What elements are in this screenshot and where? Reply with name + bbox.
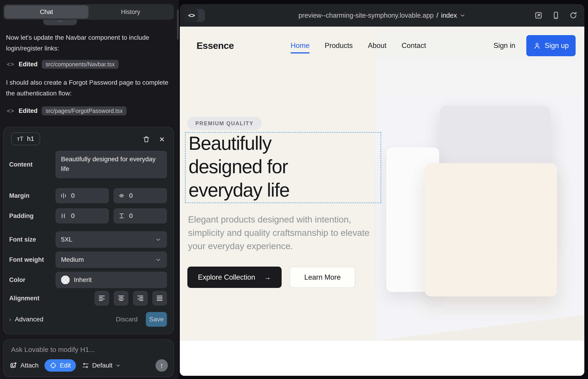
nav-link-contact[interactable]: Contact <box>402 42 426 50</box>
url-bar[interactable]: preview--charming-site-symphony.lovable.… <box>180 4 584 27</box>
tab-chat[interactable]: Chat <box>4 5 89 19</box>
chevron-down-icon <box>155 256 161 263</box>
browser-chrome: <> preview--charming-site-symphony.lovab… <box>180 4 584 27</box>
tab-history[interactable]: History <box>89 5 173 19</box>
selected-element-pill[interactable]: тT h1 <box>11 132 40 145</box>
edit-mode-button[interactable]: Edit <box>45 359 76 372</box>
trash-icon <box>142 135 150 143</box>
user-icon <box>533 42 541 49</box>
chat-scrollbar[interactable] <box>177 10 179 39</box>
url-host: preview--charming-site-symphony.lovable.… <box>299 12 434 19</box>
decorative-card-beige <box>425 163 557 296</box>
preview-browser: <> preview--charming-site-symphony.lovab… <box>180 4 584 376</box>
advanced-label: Advanced <box>15 316 44 323</box>
assistant-message: Now let's update the Navbar component to… <box>6 32 169 54</box>
file-chip-navbar[interactable]: src/components/Navbar.tsx <box>42 60 119 69</box>
nav-link-products[interactable]: Products <box>325 42 353 50</box>
attach-button[interactable]: Attach <box>10 362 39 369</box>
padding-x-input[interactable]: 0 <box>56 208 109 223</box>
nav-auth: Sign in Sign up <box>494 35 576 56</box>
font-weight-select[interactable]: Medium <box>56 252 167 268</box>
chevron-down-icon <box>460 12 465 18</box>
padding-horizontal-icon <box>60 212 67 219</box>
align-center-button[interactable] <box>114 291 128 306</box>
margin-y-input[interactable]: 0 <box>113 188 167 203</box>
composer-input[interactable]: Ask Lovable to modify H1... <box>11 346 95 354</box>
learn-more-button[interactable]: Learn More <box>290 267 356 288</box>
nav-links: Home Products About Contact <box>291 27 426 65</box>
chevron-down-icon <box>155 236 161 243</box>
editor-footer: › Advanced Discard Save <box>9 312 167 327</box>
align-center-icon <box>117 294 125 302</box>
learn-more-label: Learn More <box>304 273 341 282</box>
edit-label: Edit <box>60 362 71 369</box>
font-weight-row: Font weight Medium <box>9 252 167 268</box>
nav-link-about[interactable]: About <box>368 42 387 50</box>
discard-button[interactable]: Discard <box>116 316 138 323</box>
target-icon <box>49 362 57 369</box>
chat-composer: Ask Lovable to modify H1... Attach Edit … <box>3 339 174 377</box>
content-row: Content Beautifully designed for everyda… <box>9 151 167 178</box>
peek-dots: ·· <box>58 20 62 24</box>
mobile-preview-button[interactable] <box>552 11 560 19</box>
site-logo[interactable]: Essence <box>197 40 234 51</box>
attach-label: Attach <box>20 362 39 369</box>
margin-x-value: 0 <box>71 192 75 199</box>
font-size-select[interactable]: 5XL <box>56 231 167 248</box>
edited-label: Edited <box>19 61 38 68</box>
align-justify-button[interactable] <box>152 291 167 306</box>
margin-x-input[interactable]: 0 <box>56 188 109 203</box>
margin-horizontal-icon <box>60 192 67 199</box>
element-editor-panel: тT h1 ✕ Content Beautifully designed for… <box>3 127 174 334</box>
edited-file-row: <> Edited src/pages/ForgotPassword.tsx <box>7 106 127 116</box>
selected-h1-outline[interactable]: Beautifully designed for everyday life <box>185 132 381 203</box>
sign-up-label: Sign up <box>545 42 569 50</box>
edited-file-row: <> Edited src/components/Navbar.tsx <box>7 59 119 69</box>
font-weight-label: Font weight <box>9 256 56 263</box>
align-left-icon <box>98 294 106 302</box>
hero-paragraph: Elegant products designed with intention… <box>188 213 371 253</box>
close-editor-button[interactable]: ✕ <box>157 134 167 144</box>
save-button[interactable]: Save <box>146 312 167 327</box>
padding-y-value: 0 <box>129 212 133 220</box>
align-right-button[interactable] <box>133 291 148 306</box>
font-size-label: Font size <box>9 236 56 243</box>
padding-row: Padding 0 0 <box>9 208 167 223</box>
hero-badge: PREMIUM QUALITY <box>187 117 262 130</box>
element-tag: h1 <box>27 135 34 142</box>
padding-y-input[interactable]: 0 <box>113 208 167 223</box>
site-navbar: Essence Home Products About Contact Sign… <box>180 27 584 65</box>
send-button[interactable]: ↑ <box>155 359 168 372</box>
chat-history-tabs: Chat History <box>3 4 174 20</box>
transparency-swatch-icon <box>61 276 70 284</box>
sign-in-link[interactable]: Sign in <box>494 42 515 50</box>
explore-collection-button[interactable]: Explore Collection → <box>187 267 282 288</box>
file-chip-forgot-password[interactable]: src/pages/ForgotPassword.tsx <box>42 107 127 115</box>
delete-element-button[interactable] <box>141 134 151 144</box>
advanced-toggle[interactable]: › Advanced <box>9 316 43 323</box>
sign-up-button[interactable]: Sign up <box>526 35 576 56</box>
close-icon: ✕ <box>159 135 165 143</box>
composer-toolbar: Attach Edit Default ↑ <box>10 359 168 372</box>
code-icon: <> <box>7 108 15 114</box>
padding-label: Padding <box>9 212 56 220</box>
refresh-button[interactable] <box>569 11 577 19</box>
content-value: Beautifully designed for everyday life <box>61 154 157 174</box>
scrolled-message-peek: ·· <box>43 20 77 25</box>
assistant-message: I should also create a Forgot Password p… <box>6 77 169 99</box>
color-select[interactable]: Inherit <box>56 272 167 288</box>
mode-label: Default <box>92 362 113 369</box>
font-size-value: 5XL <box>61 236 151 243</box>
url-path: index <box>441 12 457 19</box>
content-textarea[interactable]: Beautifully designed for everyday life <box>56 151 167 178</box>
padding-x-value: 0 <box>71 212 75 220</box>
nav-link-home[interactable]: Home <box>291 42 309 50</box>
external-link-icon <box>534 11 542 19</box>
sliders-icon <box>82 362 89 369</box>
hero-heading[interactable]: Beautifully designed for everyday life <box>188 132 331 202</box>
code-icon: <> <box>7 61 15 68</box>
refresh-icon <box>569 11 577 19</box>
open-external-button[interactable] <box>534 11 542 19</box>
align-left-button[interactable] <box>94 291 109 306</box>
mode-select[interactable]: Default <box>82 362 121 369</box>
